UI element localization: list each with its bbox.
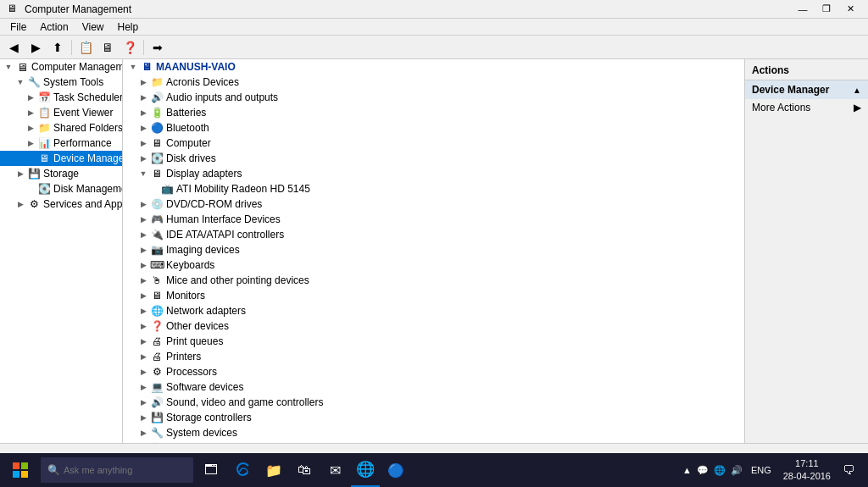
middle-tree-item-system-devices[interactable]: ▶ 🔧 System devices [123, 425, 744, 440]
task-view-button[interactable]: 🗔 [197, 453, 225, 487]
expander-icon: ▶ [136, 136, 150, 150]
middle-tree-item-print-queues[interactable]: ▶ 🖨 Print queues [123, 334, 744, 349]
middle-tree-label: Processors [166, 366, 217, 378]
svg-rect-1 [21, 462, 28, 469]
expander-icon: ▶ [136, 289, 150, 302]
notification-icon[interactable]: 💬 [697, 465, 709, 476]
storage-icon: 💾 [27, 167, 41, 180]
middle-tree-item-imaging[interactable]: ▶ 📷 Imaging devices [123, 242, 744, 257]
middle-tree-label: Imaging devices [166, 244, 240, 256]
processors-icon: ⚙ [150, 365, 164, 379]
left-tree-item-event-viewer[interactable]: ▶ 📋 Event Viewer [0, 105, 122, 120]
left-tree-item-services[interactable]: ▶ ⚙ Services and Applications [0, 196, 122, 212]
taskbar-clock[interactable]: 17:11 28-04-2016 [780, 457, 834, 484]
middle-tree-item-bluetooth[interactable]: ▶ 🔵 Bluetooth [123, 120, 744, 136]
menu-action[interactable]: Action [33, 19, 75, 35]
pinned-store[interactable]: 🛍 [290, 453, 319, 487]
search-input[interactable] [64, 465, 182, 475]
toolbar-help[interactable]: ❓ [120, 38, 140, 57]
expander-icon [147, 182, 160, 196]
middle-tree-item-audio[interactable]: ▶ 🔊 Audio inputs and outputs [123, 90, 744, 105]
middle-tree-item-mice[interactable]: ▶ 🖱 Mice and other pointing devices [123, 273, 744, 288]
middle-tree-item-acronis[interactable]: ▶ 📁 Acronis Devices [123, 75, 744, 90]
sys-tray-chevron[interactable]: ▲ [682, 465, 692, 475]
start-button[interactable] [3, 453, 37, 487]
middle-tree-item-hid[interactable]: ▶ 🎮 Human Interface Devices [123, 212, 744, 227]
pinned-app-blue[interactable]: 🔵 [381, 453, 410, 487]
search-bar[interactable]: 🔍 [41, 457, 193, 483]
toolbar-separator-1 [71, 40, 72, 55]
horizontal-scrollbar[interactable] [0, 443, 868, 453]
computer-root-icon: 🖥 [140, 60, 153, 74]
left-tree-item-computer-management[interactable]: ▼ 🖥 Computer Management (Local [0, 59, 122, 75]
middle-tree-item-keyboards[interactable]: ▶ ⌨ Keyboards [123, 257, 744, 273]
menu-view[interactable]: View [75, 19, 111, 35]
close-button[interactable]: ✕ [839, 1, 861, 18]
toolbar-show-hide-tree[interactable]: 📋 [75, 38, 96, 57]
network-sys-icon[interactable]: 🌐 [714, 465, 726, 476]
toolbar-forward[interactable]: ▶ [25, 38, 46, 57]
middle-tree-item-processors[interactable]: ▶ ⚙ Processors [123, 364, 744, 379]
window-title: Computer Management [25, 3, 792, 15]
acronis-icon: 📁 [150, 75, 164, 89]
middle-tree-item-software-devices[interactable]: ▶ 💻 Software devices [123, 379, 744, 395]
expander-icon: ▶ [136, 121, 150, 135]
audio-icon: 🔊 [150, 91, 164, 104]
pinned-mail[interactable]: ✉ [320, 453, 349, 487]
expander-icon: ▶ [24, 106, 37, 119]
volume-icon[interactable]: 🔊 [731, 465, 743, 476]
middle-tree-item-disk-drives[interactable]: ▶ 💽 Disk drives [123, 151, 744, 166]
left-tree-item-disk-management[interactable]: 💽 Disk Management [0, 181, 122, 196]
left-tree-item-storage[interactable]: ▶ 💾 Storage [0, 166, 122, 181]
expander-icon: ▶ [136, 197, 150, 211]
expander-icon: ▶ [24, 91, 37, 104]
minimize-button[interactable]: — [792, 1, 814, 18]
middle-tree-item-printers[interactable]: ▶ 🖨 Printers [123, 349, 744, 364]
expander-icon: ▶ [136, 213, 150, 226]
toolbar-extra[interactable]: ➡ [147, 38, 168, 57]
middle-tree-item-network[interactable]: ▶ 🌐 Network adapters [123, 303, 744, 318]
title-bar: 🖥 Computer Management — ❐ ✕ [0, 0, 868, 19]
notification-center-icon[interactable]: 🗨 [839, 463, 858, 477]
toolbar-up[interactable]: ⬆ [47, 38, 68, 57]
middle-tree-item-dvd[interactable]: ▶ 💿 DVD/CD-ROM drives [123, 196, 744, 212]
middle-tree-label: Disk drives [166, 152, 216, 164]
actions-more-actions[interactable]: More Actions ▶ [745, 99, 868, 116]
left-tree-label: Services and Applications [43, 198, 123, 210]
middle-tree-item-sound[interactable]: ▶ 🔊 Sound, video and game controllers [123, 395, 744, 410]
hscroll-track[interactable] [0, 444, 868, 454]
pinned-edge[interactable] [229, 453, 258, 487]
middle-tree-panel: ▼ 🖥 MAANUSH-VAIO ▶ 📁 Acronis Devices ▶ 🔊… [123, 59, 745, 443]
middle-tree-item-other-devices[interactable]: ▶ ❓ Other devices [123, 318, 744, 334]
middle-tree-item-ati[interactable]: 📺 ATI Mobility Radeon HD 5145 [123, 181, 744, 196]
middle-tree-item-batteries[interactable]: ▶ 🔋 Batteries [123, 105, 744, 120]
middle-tree-item-computer[interactable]: ▶ 🖥 Computer [123, 136, 744, 151]
more-actions-label: More Actions [752, 102, 810, 113]
actions-panel: Actions Device Manager ▲ More Actions ▶ [745, 59, 868, 443]
dvd-icon: 💿 [150, 197, 164, 211]
windows-logo-icon [13, 462, 28, 478]
toolbar-computer[interactable]: 🖥 [97, 38, 118, 57]
menu-help[interactable]: Help [111, 19, 146, 35]
middle-tree-item-storage-controllers[interactable]: ▶ 💾 Storage controllers [123, 410, 744, 425]
left-tree-item-shared-folders[interactable]: ▶ 📁 Shared Folders [0, 120, 122, 136]
middle-tree-root[interactable]: ▼ 🖥 MAANUSH-VAIO [123, 59, 744, 75]
pinned-explorer[interactable]: 📁 [259, 453, 288, 487]
left-tree-item-task-scheduler[interactable]: ▶ 📅 Task Scheduler [0, 90, 122, 105]
pinned-chrome[interactable]: 🌐 [351, 453, 380, 487]
pinned-apps: 📁 🛍 ✉ 🌐 🔵 [229, 453, 410, 487]
actions-section-device-manager[interactable]: Device Manager ▲ [745, 80, 868, 99]
middle-tree-item-display-adapters[interactable]: ▼ 🖥 Display adapters [123, 166, 744, 181]
maximize-button[interactable]: ❐ [815, 1, 837, 18]
actions-section-label: Device Manager [752, 84, 829, 96]
menu-file[interactable]: File [3, 19, 33, 35]
left-tree-item-device-manager[interactable]: 🖥 Device Manager [0, 151, 122, 166]
left-tree-item-performance[interactable]: ▶ 📊 Performance [0, 136, 122, 151]
main-area: ▼ 🖥 Computer Management (Local ▼ 🔧 Syste… [0, 59, 868, 443]
actions-section-arrow: ▲ [853, 86, 861, 95]
left-tree-item-system-tools[interactable]: ▼ 🔧 System Tools [0, 75, 122, 90]
middle-tree-item-monitors[interactable]: ▶ 🖥 Monitors [123, 288, 744, 303]
toolbar-back[interactable]: ◀ [3, 38, 24, 57]
edge-icon [236, 462, 251, 478]
middle-tree-item-ide[interactable]: ▶ 🔌 IDE ATA/ATAPI controllers [123, 227, 744, 242]
